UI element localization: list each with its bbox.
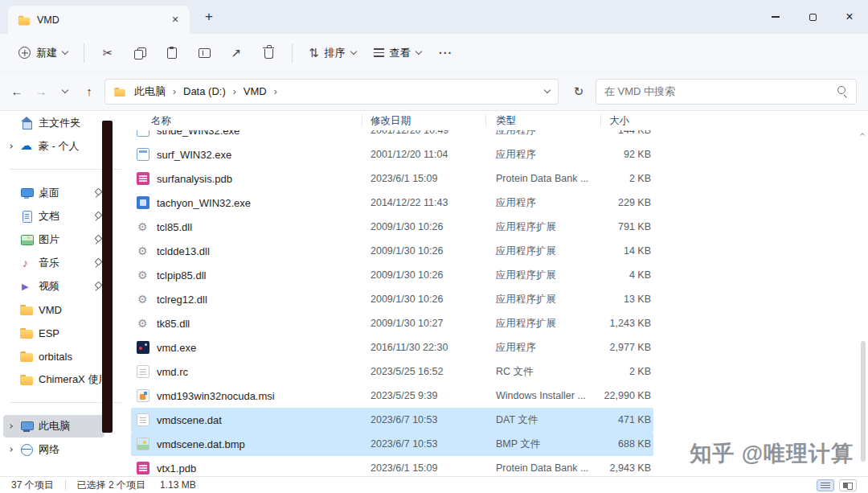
file-row[interactable]: vmdscene.dat2023/6/7 10:53DAT 文件471 KB bbox=[131, 408, 653, 432]
share-button[interactable]: ↗ bbox=[222, 39, 251, 67]
delete-icon bbox=[264, 49, 273, 59]
file-type: DAT 文件 bbox=[486, 413, 601, 427]
new-button[interactable]: 新建 bbox=[11, 40, 75, 66]
sidebar-scrollbar[interactable] bbox=[102, 121, 113, 433]
file-name-cell: vtx1.pdb bbox=[131, 462, 362, 475]
file-row[interactable]: tcl85.dll2009/1/30 10:26应用程序扩展791 KB bbox=[131, 215, 653, 239]
copy-button[interactable] bbox=[125, 39, 154, 67]
file-date: 2023/5/25 16:52 bbox=[362, 366, 486, 377]
breadcrumb-data-d[interactable]: Data (D:) bbox=[182, 85, 227, 97]
column-header-date[interactable]: 修改日期 bbox=[362, 114, 486, 127]
chevron-right-icon[interactable] bbox=[6, 448, 14, 451]
breadcrumb-this-pc[interactable]: 此电脑 bbox=[133, 84, 167, 99]
file-row[interactable]: tachyon_WIN32.exe2014/12/22 11:43应用程序229… bbox=[131, 191, 653, 215]
search-box[interactable] bbox=[596, 79, 857, 105]
file-name-cell: vmdscene.dat bbox=[131, 413, 362, 426]
file-size: 1,243 KB bbox=[601, 318, 653, 329]
sidebar-item-documents[interactable]: 文档 bbox=[3, 205, 104, 228]
dll-file-icon bbox=[137, 317, 149, 330]
close-button[interactable]: × bbox=[831, 0, 868, 34]
sidebar-item-network[interactable]: 网络 bbox=[3, 438, 104, 461]
selection-size: 1.13 MB bbox=[160, 479, 196, 491]
forward-button[interactable]: → bbox=[29, 79, 53, 105]
file-type: 应用程序扩展 bbox=[486, 220, 601, 234]
file-name-cell: surf_WIN32.exe bbox=[131, 148, 362, 161]
file-size: 2,977 KB bbox=[601, 342, 653, 353]
sidebar-item-orbitals[interactable]: orbitals bbox=[3, 345, 104, 368]
sidebar-item-videos[interactable]: 视频 bbox=[3, 275, 104, 298]
view-button[interactable]: 查看 bbox=[366, 40, 428, 66]
file-name: tk85.dll bbox=[157, 318, 190, 330]
file-name: vmd.exe bbox=[157, 342, 196, 354]
sidebar-item-label: 文档 bbox=[39, 209, 87, 224]
sidebar-item-vmd[interactable]: VMD bbox=[3, 298, 104, 321]
new-tab-button[interactable]: + bbox=[199, 8, 219, 27]
file-rows: stride_WIN32.exe2001/12/20 10:49应用程序144 … bbox=[131, 130, 661, 476]
breadcrumb-vmd[interactable]: VMD bbox=[242, 85, 268, 97]
sidebar-item-this-pc[interactable]: 此电脑 bbox=[3, 415, 104, 438]
file-row[interactable]: vmdscene.dat.bmp2023/6/7 10:53BMP 文件688 … bbox=[131, 432, 653, 456]
sidebar-item-esp[interactable]: ESP bbox=[3, 322, 104, 344]
large-icons-view-button[interactable] bbox=[839, 479, 857, 491]
sidebar-item-music[interactable]: 音乐 bbox=[3, 252, 104, 274]
scrollbar-thumb[interactable] bbox=[861, 341, 866, 462]
chevron-right-icon[interactable] bbox=[6, 425, 14, 428]
msi-file-icon bbox=[137, 389, 149, 402]
sidebar-item-chimerax[interactable]: ChimeraX 使用 bbox=[3, 368, 104, 391]
sidebar-item-pictures[interactable]: 图片 bbox=[3, 228, 104, 251]
file-row[interactable]: tclreg12.dll2009/1/30 10:26应用程序扩展13 KB bbox=[131, 287, 653, 311]
back-button[interactable]: ← bbox=[5, 79, 29, 105]
file-list-scrollbar[interactable] bbox=[859, 130, 867, 475]
paste-button[interactable] bbox=[158, 39, 186, 67]
file-size: 14 KB bbox=[601, 245, 653, 257]
up-button[interactable]: ↑ bbox=[77, 79, 101, 105]
rename-button[interactable] bbox=[190, 39, 219, 67]
file-row[interactable]: surfanalysis.pdb2023/6/1 15:09Protein Da… bbox=[131, 166, 653, 191]
file-row[interactable]: stride_WIN32.exe2001/12/20 10:49应用程序144 … bbox=[131, 130, 653, 142]
file-row[interactable]: vmd193win32nocuda.msi2023/5/25 9:39Windo… bbox=[131, 384, 653, 408]
minimize-button[interactable] bbox=[757, 0, 794, 34]
exe2-file-icon bbox=[137, 196, 149, 209]
maximize-icon bbox=[809, 14, 817, 21]
doc-file-icon bbox=[137, 365, 149, 378]
file-row[interactable]: tclpip85.dll2009/1/30 10:26应用程序扩展4 KB bbox=[131, 263, 653, 287]
file-row[interactable]: vtx1.pdb2023/6/1 15:09Protein Data Bank … bbox=[131, 456, 653, 476]
refresh-button[interactable]: ↻ bbox=[567, 80, 591, 104]
tab-vmd[interactable]: VMD × bbox=[8, 6, 190, 34]
file-size: 2 KB bbox=[601, 173, 653, 184]
file-name-cell: tclpip85.dll bbox=[131, 269, 362, 281]
file-name-cell: tcldde13.dll bbox=[131, 244, 362, 257]
sidebar-item-desktop[interactable]: 桌面 bbox=[3, 182, 104, 204]
file-date: 2023/6/7 10:53 bbox=[362, 414, 486, 425]
tab-close-icon[interactable]: × bbox=[167, 12, 183, 28]
sort-button[interactable]: ⇅ 排序 bbox=[301, 40, 363, 66]
file-row[interactable]: tcldde13.dll2009/1/30 10:26应用程序扩展14 KB bbox=[131, 239, 653, 263]
column-header-name[interactable]: 名称 bbox=[131, 114, 362, 127]
sidebar-item-home[interactable]: 主文件夹 bbox=[3, 112, 104, 134]
cut-button[interactable]: ✂ bbox=[93, 39, 122, 67]
file-name: tachyon_WIN32.exe bbox=[157, 197, 251, 209]
file-name: vmdscene.dat.bmp bbox=[157, 438, 245, 450]
sidebar-item-label: 桌面 bbox=[39, 186, 87, 200]
delete-button[interactable] bbox=[254, 39, 283, 67]
exe-file-icon bbox=[137, 130, 149, 137]
file-row[interactable]: surf_WIN32.exe2001/12/20 11:04应用程序92 KB bbox=[131, 142, 653, 166]
file-row[interactable]: tk85.dll2009/1/30 10:27应用程序扩展1,243 KB bbox=[131, 311, 653, 335]
more-icon: ··· bbox=[439, 47, 452, 59]
sidebar-item-onedrive[interactable]: 豪 - 个人 bbox=[3, 135, 104, 158]
file-name-cell: vmd193win32nocuda.msi bbox=[131, 389, 362, 402]
recent-locations-button[interactable] bbox=[53, 79, 77, 105]
file-date: 2023/6/1 15:09 bbox=[362, 173, 486, 184]
search-input[interactable] bbox=[604, 85, 831, 97]
file-name: tcl85.dll bbox=[157, 221, 192, 233]
more-button[interactable]: ··· bbox=[432, 39, 461, 67]
maximize-button[interactable] bbox=[794, 0, 831, 34]
file-row[interactable]: vmd.rc2023/5/25 16:52RC 文件2 KB bbox=[131, 359, 653, 384]
details-view-button[interactable] bbox=[817, 479, 834, 491]
breadcrumb-bar[interactable]: 此电脑 › Data (D:) › VMD › bbox=[104, 79, 559, 105]
chevron-right-icon[interactable] bbox=[6, 145, 14, 148]
column-header-size[interactable]: 大小 bbox=[601, 114, 653, 127]
file-row[interactable]: vmd.exe2016/11/30 22:30应用程序2,977 KB bbox=[131, 335, 653, 359]
column-header-type[interactable]: 类型 bbox=[486, 114, 601, 127]
address-dropdown-icon[interactable] bbox=[544, 87, 551, 93]
